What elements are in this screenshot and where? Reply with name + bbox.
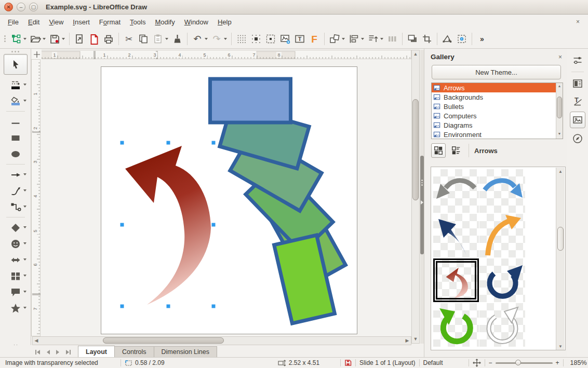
tab-controls[interactable]: Controls	[114, 346, 154, 357]
dropdown-arrow-icon[interactable]	[23, 258, 26, 261]
sidebar-splitter[interactable]	[420, 50, 424, 344]
dropdown-arrow-icon[interactable]	[165, 38, 168, 40]
dropdown-arrow-icon[interactable]	[23, 206, 26, 208]
dropdown-arrow-icon[interactable]	[361, 38, 364, 40]
window-close-button[interactable]: ✕	[4, 3, 13, 11]
document-close-button[interactable]: ×	[571, 18, 585, 25]
styles-tab[interactable]: T	[570, 94, 585, 108]
open-button[interactable]	[28, 31, 47, 47]
selection-handle[interactable]	[167, 305, 170, 308]
menu-edit[interactable]: Edit	[23, 16, 44, 28]
print-button[interactable]	[101, 31, 116, 47]
theme-item-arrows[interactable]: Arrows	[432, 83, 563, 92]
shadow-button[interactable]	[405, 31, 420, 47]
menu-window[interactable]: Window	[180, 16, 213, 28]
gallery-thumb-gray-curved-arrow[interactable]	[433, 169, 479, 213]
snap-to-grid-button[interactable]	[249, 31, 263, 47]
vertical-scroll-thumb[interactable]	[412, 99, 419, 200]
dropdown-arrow-icon[interactable]	[23, 307, 26, 309]
edit-points-button[interactable]	[440, 31, 455, 47]
thumbnail-scroll-thumb[interactable]	[557, 227, 564, 251]
next-page-button[interactable]	[53, 347, 63, 357]
zoom-fit-icon[interactable]	[473, 359, 481, 367]
connectors-button[interactable]	[4, 199, 28, 215]
tab-layout[interactable]: Layout	[78, 346, 115, 357]
vertical-scrollbar[interactable]: ▲ ▼	[411, 50, 420, 344]
rotated-rectangle-5[interactable]	[210, 79, 291, 122]
toolbar-grip[interactable]	[11, 51, 19, 52]
horizontal-scrollbar[interactable]: ◀ ▶	[32, 336, 411, 345]
curves-and-polygons-button[interactable]	[4, 183, 28, 199]
dropdown-arrow-icon[interactable]	[23, 242, 26, 244]
red-curved-arrow-image[interactable]	[125, 146, 211, 305]
theme-item-bullets[interactable]: Bullets	[432, 102, 563, 111]
zoom-slider[interactable]	[496, 362, 553, 364]
selection-handle[interactable]	[121, 141, 124, 145]
window-minimize-button[interactable]: –	[17, 3, 25, 11]
selection-handle[interactable]	[212, 141, 216, 145]
titlebar[interactable]: ✕ – ▢ Example.svg - LibreOffice Draw	[0, 0, 588, 15]
gallery-tab[interactable]	[570, 112, 585, 128]
ellipse-button[interactable]	[4, 146, 28, 162]
insert-line-button[interactable]	[4, 114, 28, 130]
scroll-up-icon[interactable]: ▲	[412, 50, 419, 58]
scroll-down-icon[interactable]: ▼	[557, 343, 564, 350]
vertical-ruler[interactable]: 1234567	[31, 59, 41, 336]
display-grid-button[interactable]	[234, 31, 249, 47]
dropdown-arrow-icon[interactable]	[224, 38, 227, 40]
scroll-down-icon[interactable]: ▼	[412, 335, 419, 343]
transformations-button[interactable]	[327, 31, 346, 47]
flowchart-button[interactable]	[4, 268, 28, 284]
save-button[interactable]	[47, 31, 66, 47]
theme-item-backgrounds[interactable]: Backgrounds	[432, 92, 563, 102]
dropdown-arrow-icon[interactable]	[23, 275, 26, 277]
zoom-level[interactable]: 185%	[570, 359, 587, 366]
scroll-down-icon[interactable]: ▼	[556, 131, 563, 139]
first-page-button[interactable]	[33, 347, 43, 357]
toolbar-grip[interactable]	[3, 32, 7, 46]
page[interactable]	[101, 66, 357, 334]
gallery-thumb-navy-swoosh-arrow[interactable]	[433, 214, 479, 257]
previous-page-button[interactable]	[43, 347, 53, 357]
selection-handle[interactable]	[212, 223, 216, 227]
menu-help[interactable]: Help	[213, 16, 236, 28]
theme-scroll-thumb[interactable]	[557, 97, 562, 118]
theme-item-computers[interactable]: Computers	[432, 111, 563, 120]
dropdown-arrow-icon[interactable]	[23, 100, 26, 102]
menu-file[interactable]: File	[3, 16, 23, 28]
insert-textbox-button[interactable]: T	[292, 31, 307, 47]
glue-points-button[interactable]	[455, 31, 469, 47]
dropdown-arrow-icon[interactable]	[342, 38, 345, 40]
theme-item-diagrams[interactable]: Diagrams	[432, 120, 563, 130]
dropdown-arrow-icon[interactable]	[62, 38, 65, 40]
menu-modify[interactable]: Modify	[150, 16, 179, 28]
scroll-right-icon[interactable]: ▶	[404, 337, 411, 345]
dropdown-arrow-icon[interactable]	[23, 38, 26, 40]
scroll-left-icon[interactable]: ◀	[33, 337, 40, 345]
gallery-thumb-blue-curved-arrow[interactable]	[479, 169, 525, 213]
arrange-button[interactable]	[366, 31, 385, 47]
zoom-out-button[interactable]: −	[489, 359, 492, 366]
dropdown-arrow-icon[interactable]	[43, 38, 46, 40]
crop-button[interactable]	[420, 31, 434, 47]
fontwork-button[interactable]: F	[307, 31, 322, 47]
theme-item-environment[interactable]: Environment	[432, 130, 563, 139]
rectangle-button[interactable]	[4, 130, 28, 146]
export-button[interactable]	[72, 31, 87, 47]
cut-button[interactable]: ✂	[122, 31, 136, 47]
gallery-thumb-orange-curved-arrow[interactable]	[479, 214, 525, 257]
zoom-slider-thumb[interactable]	[515, 360, 521, 365]
redo-button[interactable]: ↷	[209, 31, 229, 47]
paste-button[interactable]	[151, 31, 170, 47]
menu-insert[interactable]: Insert	[68, 16, 95, 28]
horizontal-scroll-thumb[interactable]	[103, 337, 224, 344]
selection-handle[interactable]	[121, 305, 124, 308]
horizontal-ruler[interactable]: 112345678	[32, 50, 411, 59]
gallery-close-button[interactable]: ×	[558, 53, 562, 61]
icon-view-button[interactable]	[431, 143, 446, 158]
distribute-button[interactable]	[385, 31, 399, 47]
detailed-view-button[interactable]	[449, 143, 463, 158]
sidebar-splitter-handle[interactable]	[420, 156, 424, 254]
gallery-thumb-outline-circular-arrow[interactable]	[479, 303, 525, 347]
symbol-shapes-button[interactable]	[4, 236, 28, 252]
